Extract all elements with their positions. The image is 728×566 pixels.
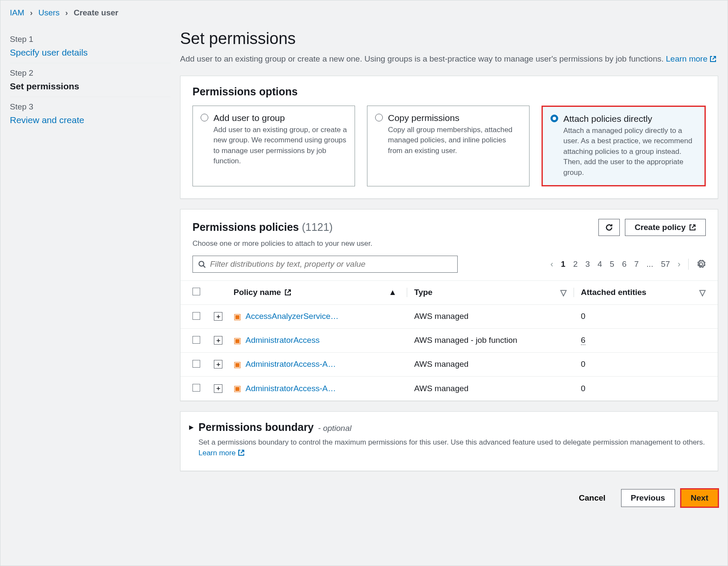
boundary-title: Permissions boundary	[198, 421, 314, 433]
breadcrumb: IAM › Users › Create user	[0, 0, 728, 21]
table-row: ＋ ▣ AccessAnalyzerService… AWS managed 0	[181, 305, 718, 329]
boundary-learn-more-link[interactable]: Learn more	[198, 449, 245, 457]
create-policy-button[interactable]: Create policy	[625, 219, 706, 236]
page-2[interactable]: 2	[573, 259, 578, 269]
policy-entities: 0	[581, 312, 706, 321]
expand-row-button[interactable]: ＋	[214, 312, 222, 321]
page-title: Set permissions	[180, 29, 718, 48]
step-2-label: Step 2	[10, 68, 171, 78]
expand-row-button[interactable]: ＋	[214, 360, 222, 368]
divider	[688, 259, 689, 270]
policies-subtitle: Choose one or more policies to attach to…	[181, 238, 718, 256]
next-button[interactable]: Next	[681, 489, 718, 507]
table-row: ＋ ▣ AdministratorAccess-A… AWS managed 0	[181, 353, 718, 377]
policies-title: Permissions policies	[192, 221, 299, 233]
radio-icon	[201, 114, 208, 121]
previous-button[interactable]: Previous	[621, 489, 675, 507]
breadcrumb-iam[interactable]: IAM	[10, 8, 24, 17]
radio-icon	[550, 115, 558, 122]
page-57[interactable]: 57	[661, 259, 670, 269]
filter-dropdown-icon[interactable]: ▽	[560, 288, 567, 298]
table-row: ＋ ▣ AdministratorAccess-A… AWS managed 0	[181, 377, 718, 401]
step-1-label: Step 1	[10, 35, 171, 44]
option-title: Add user to group	[213, 113, 347, 123]
policy-entities: 0	[581, 384, 706, 393]
pagination: ‹ 1 2 3 4 5 6 7 ... 57 ›	[550, 259, 706, 270]
page-next[interactable]: ›	[678, 259, 681, 269]
policy-cube-icon: ▣	[234, 383, 241, 393]
policy-entities: 0	[581, 360, 706, 369]
row-checkbox[interactable]	[192, 312, 200, 320]
page-prev[interactable]: ‹	[550, 259, 553, 269]
svg-point-0	[199, 261, 204, 266]
row-checkbox[interactable]	[192, 336, 200, 344]
policy-cube-icon: ▣	[234, 360, 241, 369]
page-subtitle: Add user to an existing group or create …	[180, 53, 718, 65]
external-link-icon	[284, 289, 291, 296]
radio-icon	[375, 114, 383, 121]
select-all-checkbox[interactable]	[192, 288, 200, 295]
row-checkbox[interactable]	[192, 384, 200, 392]
policy-type: AWS managed	[414, 360, 567, 369]
sort-asc-icon: ▲	[388, 288, 397, 297]
page-1[interactable]: 1	[561, 259, 565, 269]
expand-row-button[interactable]: ＋	[214, 336, 222, 345]
step-review-and-create[interactable]: Review and create	[10, 115, 171, 125]
external-link-icon	[238, 449, 245, 456]
policy-name-link[interactable]: AccessAnalyzerService…	[246, 312, 339, 321]
policy-name-link[interactable]: AdministratorAccess-A…	[246, 360, 336, 369]
policy-type: AWS managed	[414, 384, 567, 393]
filter-dropdown-icon[interactable]: ▽	[699, 288, 706, 298]
option-title: Attach policies directly	[563, 114, 697, 124]
policy-name-link[interactable]: AdministratorAccess	[246, 336, 320, 345]
expand-triangle-icon[interactable]: ▶	[189, 424, 194, 430]
policy-type: AWS managed - job function	[414, 336, 567, 345]
breadcrumb-users[interactable]: Users	[38, 8, 60, 17]
cancel-button[interactable]: Cancel	[569, 489, 615, 507]
col-policy-name[interactable]: Policy name	[234, 288, 281, 297]
page-4[interactable]: 4	[598, 259, 602, 269]
table-row: ＋ ▣ AdministratorAccess AWS managed - jo…	[181, 329, 718, 353]
breadcrumb-current: Create user	[74, 8, 118, 17]
option-title: Copy permissions	[388, 113, 521, 123]
chevron-right-icon: ›	[30, 8, 33, 17]
permissions-boundary-panel: ▶ Permissions boundary - optional Set a …	[180, 411, 718, 471]
step-specify-user-details[interactable]: Specify user details	[10, 47, 171, 58]
step-3-label: Step 3	[10, 102, 171, 112]
step-set-permissions: Set permissions	[10, 81, 171, 91]
permissions-policies-panel: Permissions policies (1121) Create polic…	[180, 209, 718, 401]
wizard-steps-sidebar: Step 1 Specify user details Step 2 Set p…	[0, 21, 180, 516]
search-icon	[198, 260, 206, 268]
policy-cube-icon: ▣	[234, 312, 241, 321]
col-type[interactable]: Type	[414, 288, 432, 297]
learn-more-link[interactable]: Learn more	[666, 54, 716, 63]
page-3[interactable]: 3	[585, 259, 590, 269]
refresh-icon	[605, 223, 613, 232]
permissions-options-title: Permissions options	[181, 76, 718, 106]
permissions-options-panel: Permissions options Add user to group Ad…	[180, 76, 718, 199]
option-desc: Copy all group memberships, attached man…	[388, 125, 521, 156]
policies-count: (1121)	[302, 221, 333, 233]
page-ellipsis: ...	[646, 259, 653, 269]
expand-row-button[interactable]: ＋	[214, 384, 222, 393]
option-copy-permissions[interactable]: Copy permissions Copy all group membersh…	[367, 106, 530, 186]
refresh-button[interactable]	[598, 219, 620, 236]
policy-cube-icon: ▣	[234, 336, 241, 345]
policies-table: Policy name ▲ Type ▽ Attached entities	[181, 280, 718, 401]
option-desc: Attach a managed policy directly to a us…	[563, 126, 697, 178]
policy-name-link[interactable]: AdministratorAccess-A…	[246, 384, 336, 393]
col-attached-entities[interactable]: Attached entities	[581, 288, 646, 297]
settings-gear-button[interactable]	[696, 259, 706, 269]
page-6[interactable]: 6	[622, 259, 627, 269]
option-add-user-to-group[interactable]: Add user to group Add user to an existin…	[192, 106, 355, 186]
boundary-desc: Set a permissions boundary to control th…	[198, 437, 706, 459]
external-link-icon	[689, 224, 696, 231]
policy-entities[interactable]: 6	[581, 336, 586, 345]
policy-type: AWS managed	[414, 312, 567, 321]
search-input[interactable]	[210, 259, 452, 269]
option-attach-policies-directly[interactable]: Attach policies directly Attach a manage…	[542, 106, 706, 186]
page-7[interactable]: 7	[634, 259, 639, 269]
row-checkbox[interactable]	[192, 360, 200, 368]
search-input-wrap[interactable]	[192, 256, 458, 273]
page-5[interactable]: 5	[610, 259, 615, 269]
